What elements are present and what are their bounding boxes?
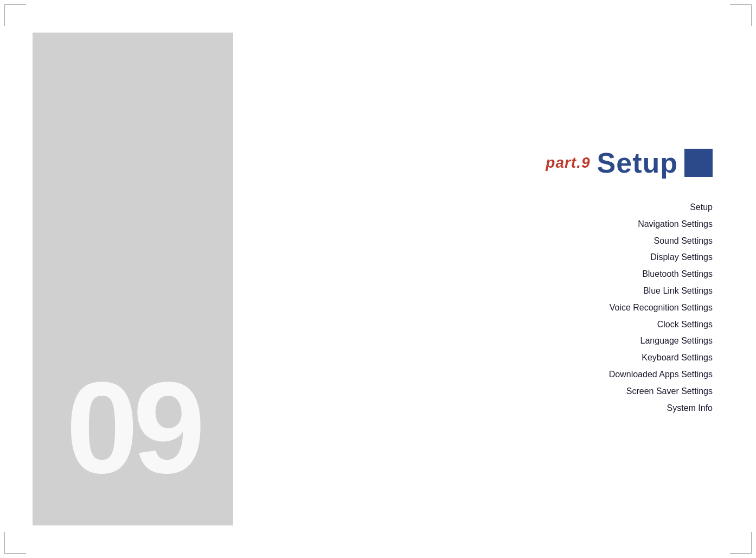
menu-item[interactable]: Setup [690, 200, 713, 215]
menu-item[interactable]: Screen Saver Settings [626, 384, 713, 400]
corner-bl [4, 532, 26, 554]
content-area: part.9 Setup SetupNavigation SettingsSou… [233, 0, 756, 558]
menu-list: SetupNavigation SettingsSound SettingsDi… [609, 200, 713, 416]
header-row: part.9 Setup [546, 147, 713, 179]
menu-item[interactable]: Blue Link Settings [643, 283, 713, 299]
sidebar-number: 09 [66, 363, 200, 493]
menu-item[interactable]: Clock Settings [657, 317, 713, 333]
menu-item[interactable]: Sound Settings [654, 233, 713, 249]
menu-item[interactable]: Voice Recognition Settings [610, 300, 713, 316]
menu-item[interactable]: Language Settings [640, 333, 713, 349]
blue-square-decoration [684, 149, 713, 177]
menu-item[interactable]: Display Settings [650, 250, 713, 265]
menu-item[interactable]: Bluetooth Settings [642, 267, 713, 282]
corner-tl [4, 4, 26, 26]
menu-item[interactable]: System Info [667, 401, 713, 416]
part-label: part.9 [546, 154, 590, 172]
menu-item[interactable]: Downloaded Apps Settings [609, 367, 713, 383]
sidebar-panel: 09 [33, 33, 233, 525]
menu-item[interactable]: Navigation Settings [638, 217, 713, 232]
page-title: Setup [597, 147, 678, 179]
menu-item[interactable]: Keyboard Settings [642, 350, 713, 366]
